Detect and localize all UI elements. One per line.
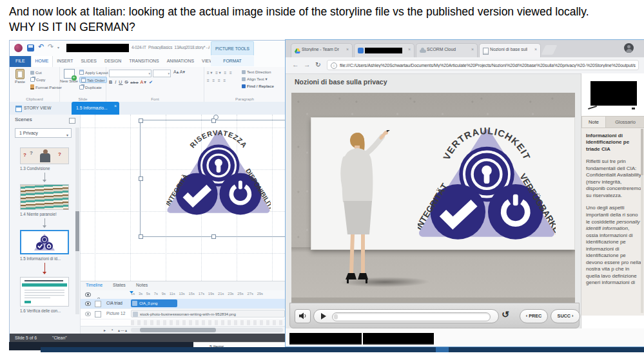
paste-button[interactable]: Paste	[11, 69, 29, 84]
duplicate-button[interactable]: Duplicate	[79, 85, 102, 90]
clipboard-group: Paste Cut Copy Format Painter Clipboard	[10, 67, 60, 102]
slide-tab-1-5[interactable]: 1.5 Informazio... ×	[72, 102, 119, 115]
close-icon[interactable]: ×	[346, 47, 349, 52]
font-name-select[interactable]	[109, 70, 151, 77]
align-text-button[interactable]: Align Text ▾	[242, 77, 268, 81]
copy-button[interactable]: Copy	[30, 77, 45, 82]
copy-icon	[30, 77, 35, 82]
find-replace-button[interactable]: Find / Replace	[242, 84, 274, 88]
picture-tools-tab[interactable]: PICTURE TOOLS	[211, 41, 254, 55]
clipboard-group-label: Clipboard	[10, 97, 59, 101]
tab-slides[interactable]: SLIDES	[77, 56, 101, 67]
alignment-buttons[interactable]: ≡ ≡ ≡ ≡	[207, 78, 227, 82]
timeline-row-picture-12[interactable]: Picture 12 stock-photo-businesswoman-wri…	[81, 309, 286, 319]
info-icon[interactable]: i	[331, 62, 337, 69]
timeline-scrollbar[interactable]	[131, 328, 283, 332]
scene-selector-dropdown[interactable]: 1 Privacy	[15, 128, 72, 138]
tab-order-button[interactable]: Tab Order	[79, 77, 107, 83]
replay-icon[interactable]: ↺	[502, 309, 509, 319]
cia-triad-image-italian[interactable]: RISERVATEZZA INTEGRITÀ DISPONIBILITÀ	[166, 129, 271, 220]
browser-tab-scorm-cloud[interactable]: SCORM Cloud ×	[416, 43, 478, 57]
forward-icon[interactable]: →	[304, 61, 311, 68]
scissors-icon	[30, 71, 34, 75]
logo-stand-mark	[588, 106, 597, 109]
list-buttons[interactable]: ≡▾ ≡▾ ≡ ≡	[207, 70, 233, 75]
volume-button[interactable]	[295, 309, 311, 323]
browser-tab-nozioni-active[interactable]: Nozioni di base sulla pri ×	[479, 43, 541, 57]
eye-icon[interactable]	[85, 301, 91, 306]
paste-label: Paste	[11, 79, 29, 84]
close-icon[interactable]: ×	[534, 47, 537, 52]
seekbar[interactable]	[332, 312, 491, 321]
selection-handle[interactable]	[139, 118, 143, 123]
quick-access-caret-icon[interactable]: ▾	[57, 45, 59, 50]
redo-icon[interactable]: ↷	[48, 43, 54, 51]
url-bar[interactable]: i file:///C:/Users/Ashley%20Schwartau/Do…	[327, 60, 639, 70]
rotate-handle[interactable]	[213, 115, 219, 120]
tab-file[interactable]: FILE	[10, 56, 31, 67]
refresh-icon[interactable]: ↻	[315, 61, 321, 68]
tab-format[interactable]: FORMAT	[211, 56, 254, 66]
flow-arrow	[42, 173, 47, 182]
tab-animations[interactable]: ANIMATIONS	[163, 56, 198, 67]
selection-handle[interactable]	[211, 234, 216, 239]
prev-button[interactable]: ‹ PREC	[520, 309, 548, 323]
font-size-select[interactable]	[153, 70, 171, 77]
cut-button[interactable]: Cut	[30, 70, 42, 75]
browser-tab-redacted[interactable]: ×	[354, 43, 415, 57]
new-tab-button[interactable]	[542, 45, 558, 55]
new-slide-button[interactable]: New Slide	[60, 69, 78, 83]
save-icon[interactable]	[27, 44, 34, 52]
tab-glossario[interactable]: Glossario	[606, 116, 644, 128]
slide-thumbnail-1-4[interactable]	[20, 184, 69, 210]
tab-note[interactable]: Note	[581, 116, 606, 128]
tab-timeline[interactable]: Timeline	[86, 283, 102, 287]
zoom-slider-icon[interactable]: ▴—▴	[118, 328, 128, 332]
close-icon[interactable]: ×	[408, 47, 411, 52]
timeline-scrollbar-thumb[interactable]	[140, 328, 216, 332]
selection-handle[interactable]	[139, 176, 143, 181]
font-style-buttons[interactable]: B I U S abc A▾ ✔	[109, 79, 153, 85]
selection-handle[interactable]	[139, 234, 143, 239]
browser-toolbar: ← → ↻ i file:///C:/Users/Ashley%20Schwar…	[286, 57, 644, 74]
slide-group: New Slide Apply Layout ▾ Tab Order Dupli…	[60, 67, 106, 102]
play-button[interactable]	[321, 313, 326, 319]
profile-icon[interactable]	[624, 43, 634, 53]
playhead-icon[interactable]	[130, 291, 133, 294]
slide-thumbnail-1-6[interactable]	[20, 277, 69, 307]
browser-tab-drive[interactable]: Storyline - Team Drive - C ×	[291, 43, 353, 57]
story-view-tab[interactable]: STORY VIEW	[24, 106, 51, 110]
play-icon[interactable]: ▸	[104, 328, 106, 332]
stop-icon[interactable]: ▪	[112, 328, 113, 332]
close-icon[interactable]: ×	[471, 47, 474, 52]
tab-states[interactable]: States	[113, 283, 126, 287]
find-replace-icon	[242, 84, 246, 88]
slide-thumbnail-1-5-selected[interactable]	[20, 230, 69, 254]
tab-design[interactable]: DESIGN	[101, 56, 125, 67]
timeline-row-cia-triad[interactable]: CIA triad CIA_0.png	[81, 299, 286, 309]
timeline-bar-stock-photo[interactable]: stock-photo-businesswoman-writing-with-m…	[131, 310, 285, 317]
text-direction-icon	[242, 70, 246, 74]
close-icon[interactable]: ×	[114, 100, 117, 113]
scenes-scrollbar-thumb[interactable]	[75, 211, 79, 251]
eye-icon[interactable]	[85, 292, 91, 297]
tab-insert[interactable]: INSERT	[53, 56, 77, 67]
text-direction-button[interactable]: Text Direction	[242, 70, 271, 74]
tab-notes[interactable]: Notes	[136, 283, 148, 287]
annotation-line-1: And now look at Italian: looking at the …	[9, 4, 641, 19]
notes-scrollbar-thumb[interactable]	[641, 129, 643, 175]
tab-home[interactable]: HOME	[31, 56, 54, 67]
lock-checkbox[interactable]	[95, 301, 101, 307]
next-button[interactable]: SUCC ›	[551, 309, 580, 323]
format-painter-button[interactable]: Format Painter	[30, 84, 62, 90]
slide-thumbnail-1-3[interactable]: ?? ?	[20, 147, 69, 164]
undo-icon[interactable]: ↶	[38, 43, 44, 51]
lock-checkbox[interactable]	[95, 311, 101, 317]
collapse-panel-icon[interactable]	[69, 118, 75, 124]
slide-canvas[interactable]: RISERVATEZZA INTEGRITÀ DISPONIBILITÀ	[81, 115, 286, 281]
eye-icon[interactable]	[85, 312, 91, 316]
back-icon[interactable]: ←	[292, 61, 299, 68]
timeline-bar-cia[interactable]: CIA_0.png	[131, 299, 177, 307]
grow-shrink-font-buttons[interactable]: A▴ A▾	[173, 70, 185, 75]
tab-transitions[interactable]: TRANSITIONS	[125, 56, 162, 67]
